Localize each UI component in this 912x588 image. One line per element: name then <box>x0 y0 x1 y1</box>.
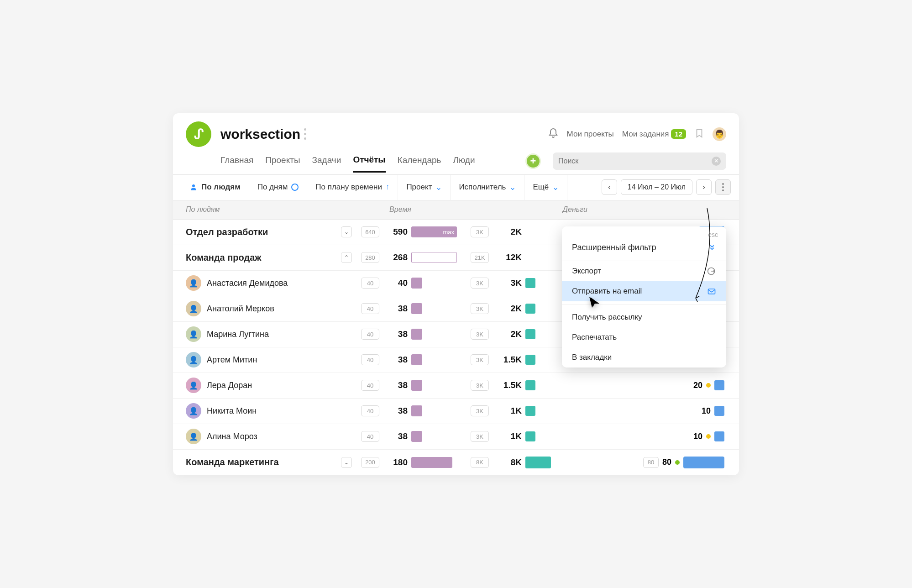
brand-menu-icon[interactable] <box>304 128 306 140</box>
money-budget: 8K <box>471 457 489 468</box>
tab-tasks[interactable]: Задачи <box>312 155 341 172</box>
time-value: 38 <box>379 380 411 390</box>
money-budget: 3K <box>471 405 489 416</box>
time-budget: 40 <box>361 354 379 365</box>
time-budget: 40 <box>361 303 379 314</box>
filter-by-people[interactable]: По людям <box>181 175 249 200</box>
person-name: Анатолий Мерков <box>207 304 274 314</box>
right-value: 10 <box>693 432 702 441</box>
search-field[interactable]: ✕ <box>553 152 726 170</box>
time-value: 38 <box>379 406 411 416</box>
money-value: 12K <box>489 252 525 262</box>
time-bar <box>411 303 422 314</box>
time-value: 268 <box>379 252 411 262</box>
time-budget: 40 <box>361 329 379 340</box>
filter-more[interactable]: Ещё⌄ <box>524 175 567 200</box>
filter-by-days[interactable]: По дням <box>249 175 308 200</box>
time-budget: 40 <box>361 405 379 416</box>
mail-icon <box>707 287 716 296</box>
add-button[interactable]: + <box>525 153 541 169</box>
brand-name: worksection <box>220 126 306 142</box>
person-avatar: 👤 <box>186 403 201 419</box>
right-bar <box>714 406 724 416</box>
money-budget: 3K <box>471 431 489 442</box>
popup-esc[interactable]: esc <box>562 226 726 238</box>
status-dot <box>675 460 680 465</box>
tab-home[interactable]: Главная <box>220 155 253 172</box>
person-name: Артем Митин <box>207 355 257 365</box>
popup-bookmark[interactable]: В закладки <box>562 347 726 368</box>
date-next-button[interactable]: › <box>696 179 712 195</box>
tab-reports[interactable]: Отчёты <box>353 155 385 173</box>
search-input[interactable] <box>558 157 712 165</box>
clear-icon[interactable]: ✕ <box>712 157 721 166</box>
time-value: 180 <box>379 457 411 467</box>
time-bar <box>411 278 422 289</box>
person-avatar: 👤 <box>186 352 201 368</box>
time-bar <box>411 457 452 468</box>
person-avatar: 👤 <box>186 301 201 316</box>
time-budget: 280 <box>361 252 379 263</box>
money-bar <box>525 380 535 390</box>
money-budget: 3K <box>471 329 489 340</box>
person-row[interactable]: 👤Лера Доран 40 38 3K 1.5K 20 <box>173 373 739 399</box>
popup-subscribe[interactable]: Получить рассылку <box>562 307 726 327</box>
collapse-toggle[interactable]: ⌄ <box>341 226 352 237</box>
right-value: 20 <box>693 381 702 390</box>
time-bar <box>411 380 422 391</box>
bell-icon[interactable] <box>548 128 559 141</box>
tab-people[interactable]: Люди <box>453 155 475 172</box>
export-icon <box>707 267 716 276</box>
tab-calendar[interactable]: Календарь <box>398 155 441 172</box>
status-dot <box>706 383 711 388</box>
person-name: Лера Доран <box>207 381 252 390</box>
time-budget: 640 <box>361 226 379 237</box>
date-range[interactable]: 14 Июл – 20 Июл <box>621 179 692 195</box>
bookmark-icon[interactable] <box>694 127 704 141</box>
money-value: 1K <box>489 431 525 441</box>
money-bar <box>525 431 535 441</box>
tab-projects[interactable]: Проекты <box>265 155 300 172</box>
more-menu-button[interactable] <box>715 179 731 195</box>
col-time: Время <box>350 205 451 214</box>
collapse-toggle[interactable]: ⌄ <box>341 457 352 468</box>
popup-export[interactable]: Экспорт <box>562 261 726 281</box>
my-projects-link[interactable]: Мои проекты <box>567 130 614 139</box>
collapse-toggle[interactable]: ⌃ <box>341 252 352 263</box>
time-bar <box>411 431 422 442</box>
filter-by-plan[interactable]: По плану времени↑ <box>307 175 398 200</box>
money-bar <box>525 304 535 314</box>
time-bar <box>411 329 422 340</box>
filter-assignee[interactable]: Исполнитель⌄ <box>451 175 524 200</box>
time-value: 590 <box>379 227 411 237</box>
filter-project[interactable]: Проект⌄ <box>398 175 451 200</box>
popup-filter[interactable]: Расширенный фильтр <box>562 238 726 261</box>
money-value: 1.5K <box>489 355 525 365</box>
person-avatar: 👤 <box>186 429 201 444</box>
group-row[interactable]: Команда маркетинга ⌄ 200 180 8K 8K 80 80 <box>173 450 739 475</box>
money-value: 1K <box>489 406 525 416</box>
money-value: 8K <box>489 457 525 467</box>
date-prev-button[interactable]: ‹ <box>602 179 617 195</box>
money-budget: 21K <box>471 252 489 263</box>
tasks-badge: 12 <box>671 129 686 139</box>
right-budget: 80 <box>643 457 659 468</box>
person-row[interactable]: 👤Никита Моин 40 38 3K 1K 10 <box>173 399 739 424</box>
my-tasks-link[interactable]: Мои задания 12 <box>622 130 686 139</box>
right-bar <box>714 380 724 390</box>
money-bar <box>525 406 535 416</box>
person-avatar: 👤 <box>186 378 201 393</box>
popup-print[interactable]: Распечатать <box>562 327 726 347</box>
money-value: 2K <box>489 329 525 339</box>
person-row[interactable]: 👤Алина Мороз 40 38 3K 1K 10 <box>173 424 739 450</box>
app-logo[interactable]: ᔑ <box>186 121 211 147</box>
user-avatar[interactable]: 👨 <box>713 127 726 141</box>
col-people: По людям <box>186 205 350 214</box>
money-budget: 3K <box>471 303 489 314</box>
person-avatar: 👤 <box>186 275 201 291</box>
right-bar <box>714 431 724 441</box>
time-budget: 40 <box>361 380 379 391</box>
time-value: 40 <box>379 278 411 288</box>
popup-email[interactable]: Отправить на email <box>562 281 726 301</box>
right-value: 10 <box>702 406 711 416</box>
